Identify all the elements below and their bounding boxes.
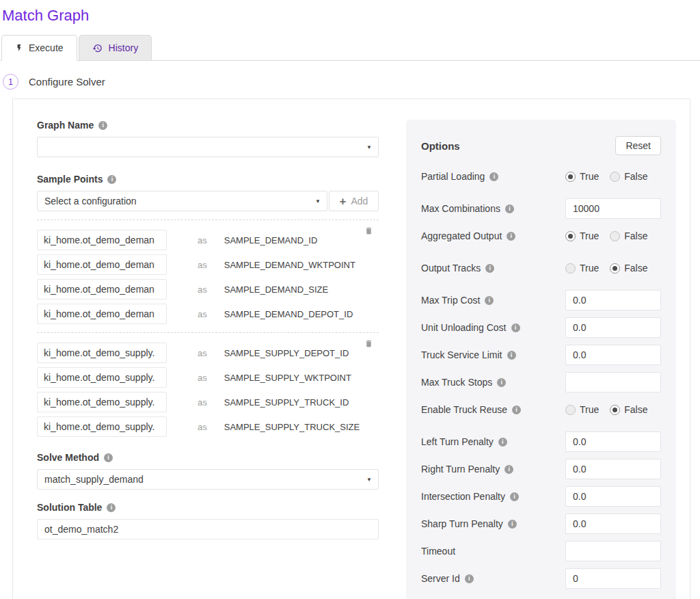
options-column: Options Reset Partial Loading True xyxy=(406,120,676,599)
radio-true[interactable]: True xyxy=(565,230,599,241)
options-title: Options xyxy=(421,140,460,152)
radio-false[interactable]: False xyxy=(610,171,647,182)
history-icon xyxy=(92,43,103,53)
solver-form: Graph Name Sample Points Select a config… xyxy=(37,120,379,540)
max-trip-cost-input[interactable] xyxy=(565,290,661,310)
info-icon[interactable] xyxy=(107,503,116,512)
tab-history[interactable]: History xyxy=(79,35,152,61)
option-label: Truck Service Limit xyxy=(421,349,502,360)
sample-point-row: as SAMPLE_SUPPLY_TRUCK_SIZE xyxy=(37,416,379,437)
option-row-max-trip-cost: Max Trip Cost xyxy=(421,290,661,310)
info-icon[interactable] xyxy=(485,264,494,273)
sample-column-input[interactable] xyxy=(37,304,167,324)
radio-false-label: False xyxy=(624,263,647,274)
solve-method-select[interactable]: match_supply_demand xyxy=(37,469,379,490)
radio-false[interactable]: False xyxy=(610,404,647,415)
option-label: Partial Loading xyxy=(421,171,485,182)
radio-true-label: True xyxy=(580,404,599,415)
radio-icon xyxy=(565,263,576,274)
info-icon[interactable] xyxy=(511,323,520,332)
option-row-right-turn-penalty: Right Turn Penalty xyxy=(421,459,661,479)
sample-points-select[interactable]: Select a configuration xyxy=(37,191,327,211)
server-id-input[interactable] xyxy=(565,568,661,589)
as-label: as xyxy=(198,284,207,295)
solution-table-label: Solution Table xyxy=(37,502,102,513)
output-tracks-radio-group: True False xyxy=(565,263,661,274)
option-row-left-turn-penalty: Left Turn Penalty xyxy=(421,431,661,452)
info-icon[interactable] xyxy=(510,492,519,501)
info-icon[interactable] xyxy=(508,520,517,529)
max-truck-stops-input[interactable] xyxy=(565,372,661,392)
reset-button[interactable]: Reset xyxy=(615,136,661,155)
option-label: Timeout xyxy=(421,546,455,557)
radio-true[interactable]: True xyxy=(565,404,599,415)
aggregated-output-radio-group: True False xyxy=(565,230,661,241)
sample-column-input[interactable] xyxy=(37,367,167,388)
sharp-turn-penalty-input[interactable] xyxy=(565,514,661,534)
sample-alias: SAMPLE_SUPPLY_TRUCK_SIZE xyxy=(224,422,360,432)
delete-group-button[interactable] xyxy=(364,338,373,349)
graph-name-label-row: Graph Name xyxy=(37,120,379,131)
as-label: as xyxy=(198,348,207,358)
page-title: Match Graph xyxy=(0,5,700,25)
tab-history-label: History xyxy=(109,42,139,53)
sample-column-input[interactable] xyxy=(37,392,167,412)
solve-method-label: Solve Method xyxy=(37,452,99,463)
intersection-penalty-input[interactable] xyxy=(565,486,661,507)
sample-alias: SAMPLE_DEMAND_ID xyxy=(224,235,318,245)
info-icon[interactable] xyxy=(497,378,506,387)
option-label: Max Trip Cost xyxy=(421,295,480,306)
sample-column-input[interactable] xyxy=(37,279,167,300)
radio-true[interactable]: True xyxy=(565,171,599,182)
truck-service-limit-input[interactable] xyxy=(565,345,661,365)
option-row-max-combinations: Max Combinations xyxy=(421,198,661,219)
option-label: Max Combinations xyxy=(421,203,500,214)
radio-false-label: False xyxy=(624,404,647,415)
sample-points-group-demand: as SAMPLE_DEMAND_ID as SAMPLE_DEMAND_WKT… xyxy=(37,219,379,324)
tab-execute[interactable]: Execute xyxy=(1,35,77,61)
info-icon[interactable] xyxy=(104,453,113,462)
info-icon[interactable] xyxy=(465,574,474,583)
info-icon[interactable] xyxy=(507,232,515,241)
as-label: as xyxy=(198,397,207,408)
info-icon[interactable] xyxy=(504,465,513,474)
info-icon[interactable] xyxy=(505,204,514,213)
radio-icon xyxy=(565,231,576,241)
option-label: Server Id xyxy=(421,573,460,584)
add-button-label: Add xyxy=(351,196,368,207)
graph-name-select[interactable] xyxy=(37,137,379,157)
option-label: Right Turn Penalty xyxy=(421,464,500,475)
info-icon[interactable] xyxy=(507,351,516,360)
radio-false[interactable]: False xyxy=(610,263,647,274)
sample-point-row: as SAMPLE_SUPPLY_TRUCK_ID xyxy=(37,392,379,412)
options-header: Options Reset xyxy=(421,136,661,155)
info-icon[interactable] xyxy=(498,438,507,447)
unit-unloading-cost-input[interactable] xyxy=(565,317,661,338)
sample-column-input[interactable] xyxy=(37,343,167,363)
radio-icon xyxy=(610,263,620,274)
radio-true-label: True xyxy=(580,230,599,241)
info-icon[interactable] xyxy=(489,172,498,181)
step-number-badge: 1 xyxy=(3,74,18,90)
sample-column-input[interactable] xyxy=(37,416,167,437)
sample-column-input[interactable] xyxy=(37,230,167,250)
right-turn-penalty-input[interactable] xyxy=(565,459,661,479)
solution-table-input[interactable] xyxy=(37,519,379,540)
timeout-input[interactable] xyxy=(565,541,661,561)
info-icon[interactable] xyxy=(98,121,107,130)
radio-true[interactable]: True xyxy=(565,263,599,274)
max-combinations-input[interactable] xyxy=(565,198,661,219)
info-icon[interactable] xyxy=(107,175,116,184)
enable-truck-reuse-radio-group: True False xyxy=(565,404,661,415)
radio-false-label: False xyxy=(624,230,647,241)
sample-column-input[interactable] xyxy=(37,254,167,275)
option-row-truck-service-limit: Truck Service Limit xyxy=(421,345,661,365)
left-turn-penalty-input[interactable] xyxy=(565,431,661,452)
radio-false-label: False xyxy=(624,171,647,182)
delete-group-button[interactable] xyxy=(364,226,373,236)
radio-false[interactable]: False xyxy=(610,230,647,241)
add-sample-points-button[interactable]: Add xyxy=(329,191,379,211)
trash-icon xyxy=(364,228,373,238)
info-icon[interactable] xyxy=(485,296,494,305)
info-icon[interactable] xyxy=(512,405,521,414)
